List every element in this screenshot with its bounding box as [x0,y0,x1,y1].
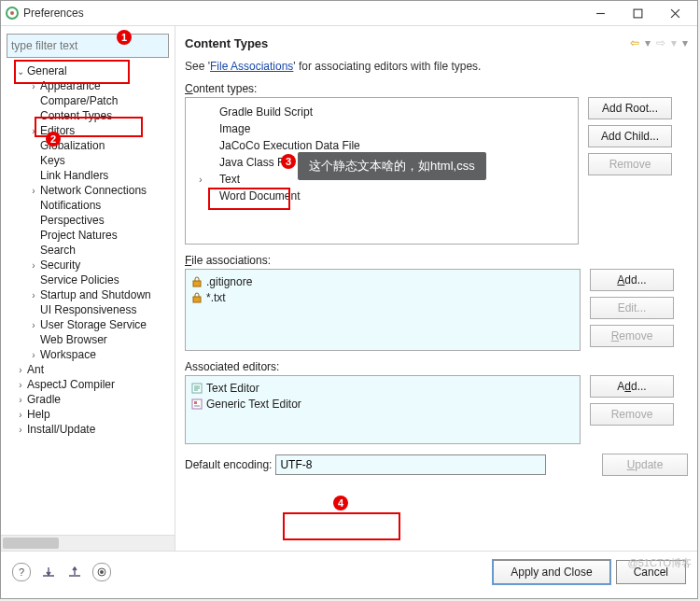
generic-editor-icon [191,398,203,410]
default-encoding-label: Default encoding: [185,458,272,471]
add-root-button[interactable]: Add Root... [588,97,672,119]
associated-editors-list[interactable]: Text EditorGeneric Text Editor [185,375,581,444]
file-associations-link[interactable]: File Associations [210,60,293,73]
tree-item-label: Compare/Patch [38,94,118,107]
associated-editors-label: Associated editors: [185,360,688,373]
tree-item[interactable]: ›Workspace [3,347,175,362]
add-association-button[interactable]: Add... [590,269,674,291]
update-button[interactable]: Update [602,454,688,476]
tree-item[interactable]: ›Gradle [3,392,175,407]
cancel-button[interactable]: Cancel [616,560,686,584]
tree-item[interactable]: Globalization [3,138,175,153]
forward-icon[interactable]: ⇨ [656,36,665,49]
expand-icon[interactable]: › [29,126,38,136]
tree-item-label: UI Responsiveness [38,303,136,316]
tree-item-label: Globalization [38,139,105,152]
tree-item[interactable]: ›Startup and Shutdown [3,287,175,302]
file-association-item[interactable]: .gitignore [191,273,574,289]
expand-icon[interactable]: › [16,395,25,405]
expand-icon[interactable]: › [29,290,38,300]
default-encoding-field[interactable] [275,454,546,475]
tree-item[interactable]: Link Handlers [3,168,175,183]
tree-item[interactable]: ›User Storage Service [3,317,175,332]
menu-icon[interactable]: ▾ [682,36,688,49]
back-icon[interactable]: ⇦ [630,36,639,49]
tree-item[interactable]: Content Types [3,108,175,123]
tree-item[interactable]: ›Network Connections [3,183,175,198]
tree-item-label: Ant [25,363,44,376]
remove-association-button[interactable]: Remove [590,325,674,347]
expand-icon[interactable]: › [29,260,38,271]
tree-item[interactable]: ›Help [3,407,175,422]
nav-buttons: ⇦▾ ⇨▾ ▾ [630,36,688,49]
add-child-button[interactable]: Add Child... [588,125,672,147]
tree-item[interactable]: ⌄General [3,63,175,78]
close-button[interactable] [656,1,693,25]
tree-item[interactable]: Keys [3,153,175,168]
help-icon[interactable]: ? [12,563,31,581]
associated-editor-item[interactable]: Generic Text Editor [191,396,574,412]
content-type-item[interactable]: Image [195,120,578,137]
expand-icon[interactable]: › [29,320,38,330]
remove-editor-button[interactable]: Remove [590,403,674,426]
expand-icon[interactable]: › [195,175,206,185]
apply-and-close-button[interactable]: Apply and Close [493,560,609,584]
record-icon[interactable] [92,563,111,581]
associated-editor-item[interactable]: Text Editor [191,380,574,396]
tree-item[interactable]: ›Security [3,258,175,273]
content-type-item[interactable]: Gradle Build Script [195,104,578,120]
horizontal-scrollbar[interactable] [1,535,175,551]
maximize-button[interactable] [619,1,656,25]
expand-icon[interactable]: › [29,350,38,360]
tree-item-label: General [25,64,67,77]
page-title: Content Types [185,36,630,50]
footer: ? Apply and Close Cancel [1,551,697,593]
tree-item[interactable]: Service Policies [3,273,175,287]
tree-item[interactable]: Perspectives [3,213,175,228]
expand-icon[interactable]: ⌄ [16,66,25,77]
remove-content-type-button[interactable]: Remove [588,153,672,175]
file-association-item[interactable]: *.txt [191,289,574,305]
tree-item[interactable]: ›Ant [3,362,175,377]
content-type-item[interactable]: ›Text [195,171,578,188]
expand-icon[interactable]: › [16,365,25,375]
expand-icon[interactable]: › [16,380,25,390]
tree-item-label: Perspectives [38,214,105,227]
tree-item[interactable]: Project Natures [3,228,175,243]
export-icon[interactable] [66,564,83,580]
file-association-label: *.txt [206,291,226,304]
content-type-item[interactable]: Java Class File [195,154,578,171]
tree-item[interactable]: ›Appearance [3,78,175,93]
tree-item-label: Notifications [38,199,101,212]
tree-item[interactable]: Web Browser [3,332,175,347]
expand-icon[interactable]: › [16,425,25,435]
tree-item-label: Help [25,408,50,421]
svg-point-16 [100,570,104,574]
tree-item[interactable]: ›AspectJ Compiler [3,377,175,392]
tree-item[interactable]: ›Install/Update [3,422,175,437]
add-editor-button[interactable]: Add... [590,375,674,398]
file-associations-list[interactable]: .gitignore*.txt [185,269,581,351]
minimize-button[interactable] [581,1,619,25]
tree-item-label: Appearance [38,79,101,92]
edit-association-button[interactable]: Edit... [590,297,674,319]
content-type-item[interactable]: Word Document [195,188,578,204]
tree-item[interactable]: Compare/Patch [3,93,175,108]
content-type-item[interactable]: JaCoCo Execution Data File [195,137,578,154]
tree-item[interactable]: ›Editors [3,123,175,138]
titlebar: Preferences [1,1,697,26]
import-icon[interactable] [40,564,57,580]
svg-rect-7 [193,297,201,302]
see-text: See 'File Associations' for associating … [185,60,688,73]
tree-item[interactable]: UI Responsiveness [3,302,175,317]
preferences-tree[interactable]: ⌄General›AppearanceCompare/PatchContent … [1,63,175,535]
tree-item-label: Web Browser [38,333,107,346]
tree-item[interactable]: Search [3,243,175,258]
expand-icon[interactable]: › [29,81,38,91]
filter-input[interactable] [7,34,169,58]
content-types-list[interactable]: Gradle Build ScriptImageJaCoCo Execution… [185,97,579,245]
expand-icon[interactable]: › [29,186,38,196]
expand-icon[interactable]: › [16,410,25,420]
tree-item-label: Link Handlers [38,169,108,182]
tree-item[interactable]: Notifications [3,198,175,213]
